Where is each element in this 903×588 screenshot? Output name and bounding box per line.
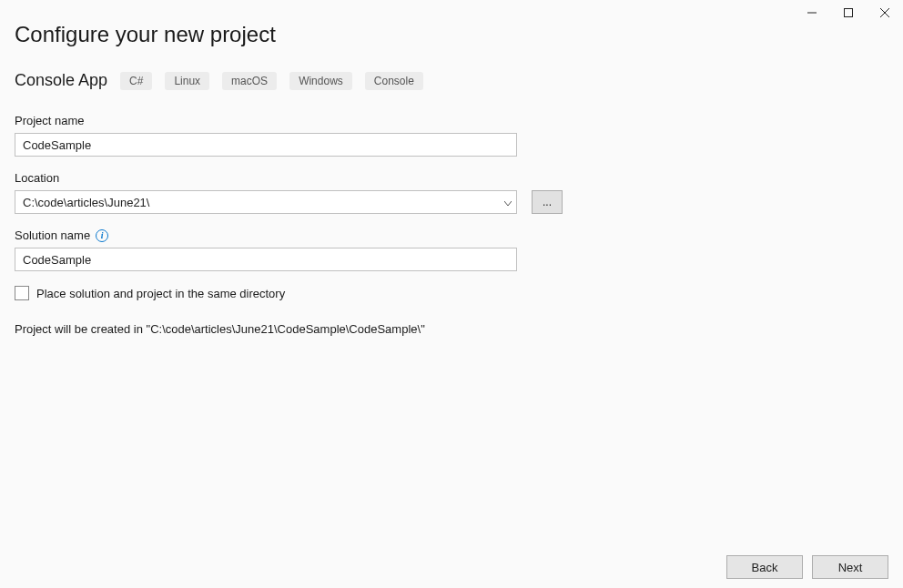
minimize-button[interactable] (794, 0, 830, 25)
tag-csharp: C# (120, 72, 152, 90)
template-row: Console App C# Linux macOS Windows Conso… (15, 71, 888, 90)
location-input[interactable] (15, 190, 517, 214)
next-button[interactable]: Next (812, 555, 888, 579)
template-name: Console App (15, 71, 107, 90)
back-button[interactable]: Back (726, 555, 803, 579)
close-button[interactable] (867, 0, 903, 25)
solution-name-label: Solution name (15, 228, 90, 242)
project-name-group: Project name (15, 114, 888, 157)
solution-name-group: Solution name i (15, 228, 888, 271)
same-directory-label: Place solution and project in the same d… (36, 287, 285, 300)
tag-macos: macOS (222, 72, 277, 90)
browse-button[interactable]: ... (532, 190, 563, 214)
info-icon[interactable]: i (96, 229, 108, 242)
maximize-button[interactable] (830, 0, 867, 25)
tag-windows: Windows (289, 72, 352, 90)
solution-name-input[interactable] (15, 248, 517, 271)
location-label: Location (15, 171, 888, 185)
project-name-input[interactable] (15, 133, 517, 157)
footer: Back Next (726, 555, 888, 579)
page-title: Configure your new project (15, 22, 888, 47)
svg-rect-1 (845, 9, 853, 17)
tag-linux: Linux (165, 72, 209, 90)
project-name-label: Project name (15, 114, 888, 127)
same-directory-row: Place solution and project in the same d… (15, 286, 888, 300)
same-directory-checkbox[interactable] (15, 286, 29, 300)
window-controls (794, 0, 903, 25)
path-preview: Project will be created in "C:\code\arti… (15, 322, 888, 336)
tag-console: Console (365, 72, 423, 90)
location-group: Location ... (15, 171, 888, 214)
